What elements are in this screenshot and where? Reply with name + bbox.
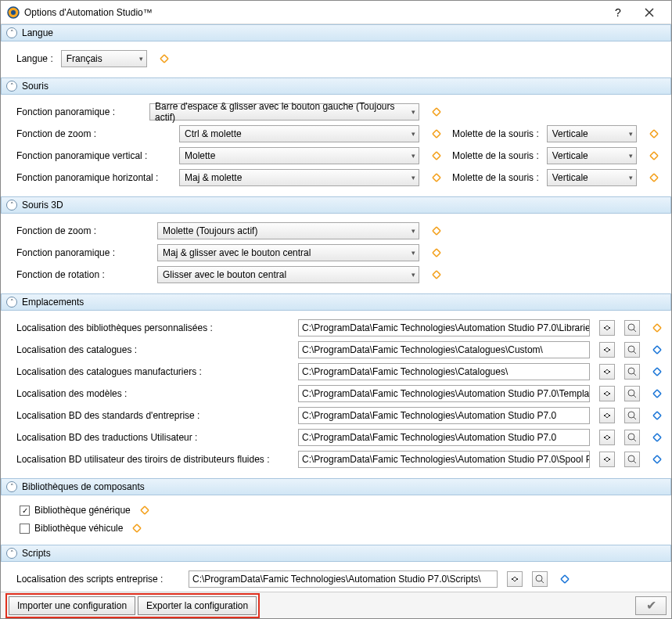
search-icon[interactable]	[624, 342, 640, 358]
path-field[interactable]: C:\ProgramData\Famic Technologies\Automa…	[298, 451, 590, 468]
dropdown-icon[interactable]	[599, 364, 615, 380]
reset-icon[interactable]	[646, 148, 662, 164]
reset-icon[interactable]	[156, 51, 172, 67]
expand-icon[interactable]	[649, 342, 665, 358]
help-button[interactable]: ?	[602, 2, 634, 23]
section-body-souris3d: Fonction de zoom : Molette (Toujours act…	[1, 214, 671, 293]
path-field[interactable]: C:\ProgramData\Famic Technologies\Automa…	[298, 385, 590, 402]
script-ent-field[interactable]: C:\ProgramData\Famic Technologies\Automa…	[189, 570, 498, 588]
path-label: Localisation des modèles :	[16, 388, 290, 399]
reset-icon[interactable]	[429, 223, 444, 239]
path-label: Localisation des bibliothèques personnal…	[16, 322, 290, 333]
chevron-down-icon: ▾	[411, 227, 415, 235]
search-icon[interactable]	[624, 386, 640, 401]
section-header-scripts[interactable]: ˄ Scripts	[1, 545, 671, 562]
svg-point-8	[628, 455, 634, 462]
pan3d-combo[interactable]: Maj & glisser avec le bouton central ▾	[157, 244, 419, 261]
reset-icon[interactable]	[429, 170, 444, 185]
section-header-langue[interactable]: ˄ Langue	[1, 24, 671, 41]
section-header-souris[interactable]: ˄ Souris	[1, 77, 671, 95]
expand-icon[interactable]	[649, 386, 665, 401]
generic-checkbox[interactable]: ✓	[20, 506, 30, 516]
ok-button[interactable]: ✔	[635, 596, 667, 615]
svg-point-9	[536, 575, 542, 581]
path-field[interactable]: C:\ProgramData\Famic Technologies\Catalo…	[298, 341, 590, 358]
path-row: Localisation des catalogues manufacturie…	[16, 362, 665, 381]
reset-icon[interactable]	[429, 267, 444, 283]
dropdown-icon[interactable]	[599, 342, 615, 358]
section-title: Scripts	[22, 548, 51, 559]
lang-combo[interactable]: Français ▾	[61, 50, 147, 67]
search-icon[interactable]	[624, 452, 640, 467]
reset-icon[interactable]	[429, 148, 444, 164]
section-header-souris3d[interactable]: ˄ Souris 3D	[1, 196, 671, 214]
expand-icon[interactable]	[557, 571, 573, 587]
reset-icon[interactable]	[429, 126, 444, 142]
path-row: Localisation BD des standards d'entrepri…	[16, 406, 665, 425]
chevron-up-icon: ˄	[6, 81, 17, 92]
search-icon[interactable]	[624, 430, 640, 445]
export-config-button[interactable]: Exporter la configuration	[138, 596, 257, 615]
dropdown-icon[interactable]	[599, 386, 615, 401]
wheel-combo[interactable]: Verticale ▾	[547, 147, 637, 164]
expand-icon[interactable]	[649, 408, 665, 423]
reset-icon[interactable]	[649, 320, 665, 336]
titlebar: Options d'Automation Studio™ ?	[1, 1, 671, 24]
section-title: Bibliothèques de composants	[22, 481, 145, 492]
reset-icon[interactable]	[429, 104, 444, 120]
import-config-button[interactable]: Importer une configuration	[9, 596, 135, 615]
pan3d-label: Fonction panoramique :	[16, 247, 149, 258]
path-row: Localisation des modèles :C:\ProgramData…	[16, 384, 665, 403]
dropdown-icon[interactable]	[507, 571, 523, 587]
wheel-combo[interactable]: Verticale ▾	[547, 169, 637, 186]
content-area: ˄ Langue Langue : Français ▾ ˄ Souris Fo…	[1, 24, 671, 592]
hpan-combo[interactable]: Maj & molette ▾	[179, 169, 419, 186]
section-body-emplacements: Localisation des bibliothèques personnal…	[1, 311, 671, 478]
script-ent-label: Localisation des scripts entreprise :	[16, 574, 181, 585]
pan-combo[interactable]: Barre d'espace & glisser avec le bouton …	[149, 103, 419, 121]
path-field[interactable]: C:\ProgramData\Famic Technologies\Automa…	[298, 407, 590, 424]
path-row: Localisation des bibliothèques personnal…	[16, 318, 665, 337]
search-icon[interactable]	[624, 364, 640, 380]
search-icon[interactable]	[532, 571, 548, 587]
section-title: Emplacements	[22, 297, 84, 308]
search-icon[interactable]	[624, 408, 640, 423]
chevron-down-icon: ▾	[411, 152, 415, 160]
path-row: Localisation BD des traductions Utilisat…	[16, 428, 665, 447]
expand-icon[interactable]	[649, 452, 665, 467]
reset-icon[interactable]	[429, 245, 444, 261]
reset-icon[interactable]	[646, 170, 662, 185]
dropdown-icon[interactable]	[599, 452, 615, 467]
vehicle-checkbox[interactable]	[20, 524, 30, 534]
dropdown-icon[interactable]	[599, 430, 615, 445]
path-label: Localisation BD utilisateur des tiroirs …	[16, 454, 290, 465]
section-header-emplacements[interactable]: ˄ Emplacements	[1, 293, 671, 311]
reset-icon[interactable]	[646, 126, 662, 142]
zoom3d-combo[interactable]: Molette (Toujours actif) ▾	[157, 222, 419, 239]
expand-icon[interactable]	[649, 364, 665, 380]
reset-icon[interactable]	[137, 502, 153, 518]
dropdown-icon[interactable]	[599, 408, 615, 423]
vpan-combo[interactable]: Molette ▾	[179, 147, 419, 164]
path-label: Localisation BD des traductions Utilisat…	[16, 432, 290, 443]
svg-point-6	[628, 412, 634, 418]
close-button[interactable]	[634, 2, 665, 23]
wheel-combo[interactable]: Verticale ▾	[547, 125, 637, 142]
dropdown-icon[interactable]	[599, 320, 615, 336]
path-label: Localisation BD des standards d'entrepri…	[16, 410, 290, 421]
path-field[interactable]: C:\ProgramData\Famic Technologies\Automa…	[298, 429, 590, 446]
chevron-up-icon: ˄	[6, 548, 17, 559]
expand-icon[interactable]	[649, 430, 665, 445]
zoom-combo[interactable]: Ctrl & molette ▾	[179, 125, 419, 142]
wheel-label: Molette de la souris :	[452, 150, 539, 161]
chevron-up-icon: ˄	[6, 27, 17, 38]
reset-icon[interactable]	[129, 520, 145, 536]
path-field[interactable]: C:\ProgramData\Famic Technologies\Catalo…	[298, 363, 590, 380]
path-field[interactable]: C:\ProgramData\Famic Technologies\Automa…	[298, 319, 590, 336]
section-header-biblio[interactable]: ˄ Bibliothèques de composants	[1, 478, 671, 495]
svg-point-4	[628, 368, 634, 374]
rot3d-combo[interactable]: Glisser avec le bouton central ▾	[157, 266, 419, 283]
wheel-label: Molette de la souris :	[452, 128, 539, 139]
search-icon[interactable]	[624, 320, 640, 336]
chevron-down-icon: ▾	[629, 152, 633, 160]
